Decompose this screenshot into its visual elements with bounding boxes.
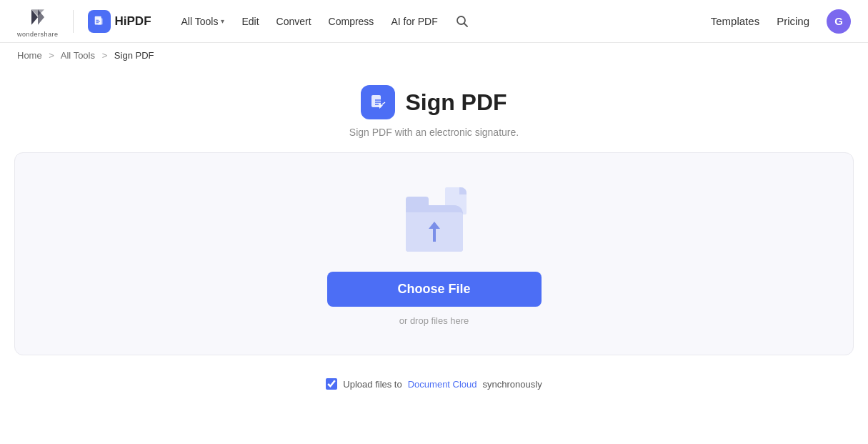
page-title-area: Sign PDF	[361, 85, 507, 119]
nav-right: Templates Pricing G	[711, 9, 851, 34]
user-avatar[interactable]: G	[827, 9, 851, 34]
hipdf-icon-svg	[93, 15, 106, 28]
breadcrumb-sep2: >	[102, 50, 108, 61]
upload-container: Choose File or drop files here	[14, 152, 854, 355]
choose-file-button[interactable]: Choose File	[327, 272, 542, 307]
hipdf-label: HiPDF	[115, 14, 151, 29]
svg-line-3	[464, 23, 467, 26]
all-tools-chevron-icon: ▾	[221, 17, 224, 25]
upload-to-cloud-checkbox[interactable]	[326, 378, 337, 390]
logo-area: wondershare HiPDF	[17, 4, 151, 38]
wondershare-text: wondershare	[17, 31, 59, 38]
breadcrumb-all-tools[interactable]: All Tools	[61, 50, 95, 61]
breadcrumb: Home > All Tools > Sign PDF	[0, 43, 868, 68]
hipdf-brand[interactable]: HiPDF	[88, 10, 151, 33]
breadcrumb-current: Sign PDF	[114, 50, 154, 61]
nav-all-tools[interactable]: All Tools ▾	[174, 11, 232, 31]
main-content: Sign PDF Sign PDF with an electronic sig…	[0, 68, 868, 398]
wondershare-logo[interactable]: wondershare	[17, 4, 59, 38]
breadcrumb-home[interactable]: Home	[17, 50, 42, 61]
nav-pricing[interactable]: Pricing	[777, 15, 809, 27]
folder-front-icon	[406, 212, 463, 252]
upload-illustration	[399, 187, 470, 252]
checkbox-label-after: synchronously	[483, 379, 542, 390]
drop-text: or drop files here	[399, 315, 469, 326]
hipdf-icon	[88, 10, 111, 33]
page-title: Sign PDF	[405, 89, 507, 116]
search-button[interactable]	[451, 10, 474, 33]
checkbox-area: Upload files to Document Cloud synchrono…	[326, 370, 542, 398]
nav-ai-for-pdf[interactable]: AI for PDF	[384, 11, 444, 31]
page-subtitle: Sign PDF with an electronic signature.	[349, 127, 519, 138]
search-icon	[456, 15, 469, 28]
arrow-body	[433, 227, 436, 242]
breadcrumb-sep1: >	[49, 50, 54, 61]
checkbox-label-before: Upload files to	[343, 379, 401, 390]
wondershare-icon	[25, 4, 51, 30]
nav-convert[interactable]: Convert	[269, 11, 319, 31]
page-icon	[361, 85, 395, 119]
header: wondershare HiPDF All Tools ▾ Edit Conve…	[0, 0, 868, 43]
svg-line-5	[382, 102, 385, 104]
logo-divider	[73, 10, 74, 33]
sign-pdf-icon	[369, 93, 387, 112]
document-cloud-link[interactable]: Document Cloud	[408, 379, 477, 390]
nav-templates[interactable]: Templates	[711, 15, 759, 27]
nav-compress[interactable]: Compress	[321, 11, 381, 31]
nav-edit[interactable]: Edit	[234, 11, 266, 31]
upload-arrow-icon	[429, 222, 440, 242]
main-nav: All Tools ▾ Edit Convert Compress AI for…	[174, 10, 711, 33]
svg-rect-4	[371, 95, 381, 107]
